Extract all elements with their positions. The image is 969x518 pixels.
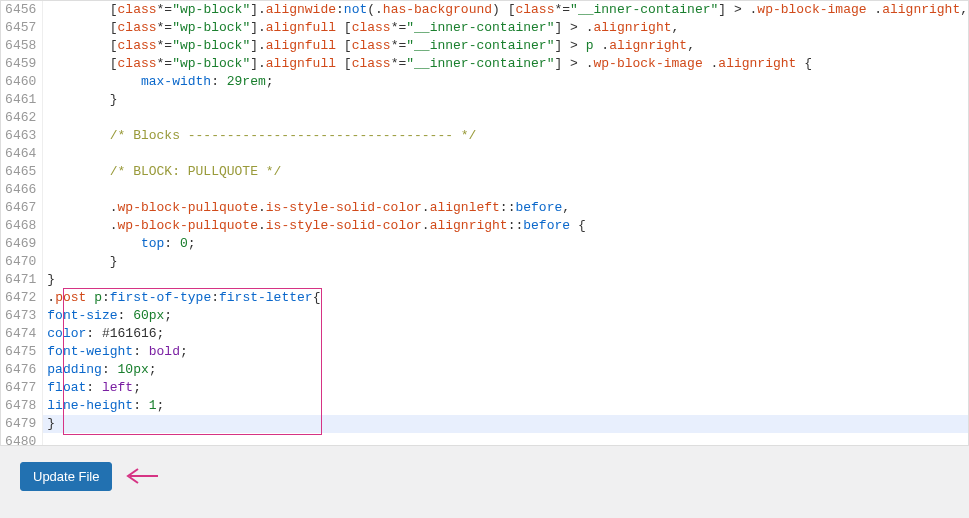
update-file-button[interactable]: Update File xyxy=(20,462,112,491)
line-number: 6479 xyxy=(1,415,36,433)
code-line[interactable] xyxy=(43,145,968,163)
code-line[interactable]: font-weight: bold; xyxy=(43,343,968,361)
code-line[interactable] xyxy=(43,181,968,199)
code-line[interactable] xyxy=(43,433,968,451)
line-number: 6463 xyxy=(1,127,36,145)
code-line[interactable]: .post p:first-of-type:first-letter{ xyxy=(43,289,968,307)
code-line[interactable]: [class*="wp-block"].alignfull [class*="_… xyxy=(43,37,968,55)
code-line[interactable]: [class*="wp-block"].alignfull [class*="_… xyxy=(43,19,968,37)
code-line[interactable]: color: #161616; xyxy=(43,325,968,343)
line-number: 6468 xyxy=(1,217,36,235)
code-line[interactable]: } xyxy=(43,271,968,289)
code-line[interactable] xyxy=(43,109,968,127)
code-line[interactable]: } xyxy=(43,91,968,109)
line-number: 6477 xyxy=(1,379,36,397)
code-line[interactable]: [class*="wp-block"].alignfull [class*="_… xyxy=(43,55,968,73)
editor-footer: Update File xyxy=(0,446,969,518)
code-editor[interactable]: 6456645764586459646064616462646364646465… xyxy=(0,0,969,446)
code-line[interactable]: } xyxy=(43,253,968,271)
line-number: 6466 xyxy=(1,181,36,199)
code-line[interactable]: font-size: 60px; xyxy=(43,307,968,325)
line-number: 6476 xyxy=(1,361,36,379)
line-number: 6472 xyxy=(1,289,36,307)
code-line[interactable]: /* BLOCK: PULLQUOTE */ xyxy=(43,163,968,181)
line-number: 6470 xyxy=(1,253,36,271)
code-line[interactable]: .wp-block-pullquote.is-style-solid-color… xyxy=(43,199,968,217)
code-area[interactable]: [class*="wp-block"].alignwide:not(.has-b… xyxy=(43,1,968,445)
line-number: 6461 xyxy=(1,91,36,109)
line-number: 6456 xyxy=(1,1,36,19)
code-line[interactable]: line-height: 1; xyxy=(43,397,968,415)
line-number: 6465 xyxy=(1,163,36,181)
line-number: 6464 xyxy=(1,145,36,163)
code-line[interactable]: padding: 10px; xyxy=(43,361,968,379)
line-number: 6473 xyxy=(1,307,36,325)
line-number: 6474 xyxy=(1,325,36,343)
line-number: 6471 xyxy=(1,271,36,289)
code-line[interactable]: float: left; xyxy=(43,379,968,397)
code-line[interactable]: top: 0; xyxy=(43,235,968,253)
annotation-arrow-icon xyxy=(124,466,158,486)
code-line[interactable]: /* Blocks ------------------------------… xyxy=(43,127,968,145)
code-line[interactable]: max-width: 29rem; xyxy=(43,73,968,91)
line-number: 6460 xyxy=(1,73,36,91)
code-line[interactable]: } xyxy=(43,415,968,433)
line-number: 6459 xyxy=(1,55,36,73)
line-number: 6467 xyxy=(1,199,36,217)
line-number: 6478 xyxy=(1,397,36,415)
line-number: 6480 xyxy=(1,433,36,451)
line-number: 6462 xyxy=(1,109,36,127)
line-number: 6458 xyxy=(1,37,36,55)
code-line[interactable]: .wp-block-pullquote.is-style-solid-color… xyxy=(43,217,968,235)
code-line[interactable]: [class*="wp-block"].alignwide:not(.has-b… xyxy=(43,1,968,19)
line-number-gutter: 6456645764586459646064616462646364646465… xyxy=(1,1,43,445)
line-number: 6469 xyxy=(1,235,36,253)
line-number: 6475 xyxy=(1,343,36,361)
line-number: 6457 xyxy=(1,19,36,37)
